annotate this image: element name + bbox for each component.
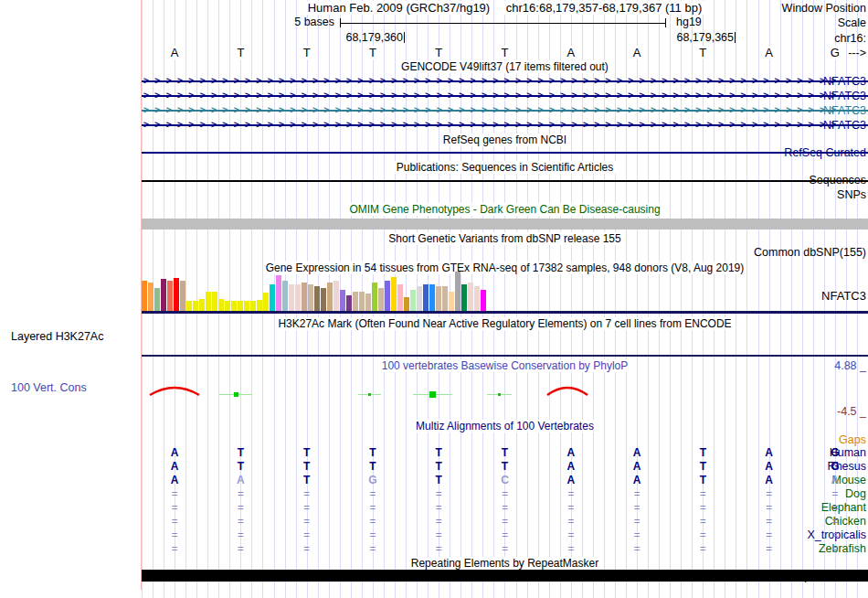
alignment-base: = <box>634 501 640 515</box>
track-label-common-dbsnp[interactable]: Common dbSNP(155) <box>754 246 866 259</box>
alignment-base: = <box>436 501 442 515</box>
gtex-bar[interactable] <box>436 286 441 312</box>
gtex-bar[interactable] <box>353 292 358 312</box>
gtex-bar[interactable] <box>276 275 281 312</box>
strand-direction-arrows: >>>>>>>>>>>>>>>>>>>>>>>>>>>>>>>>>>>>>>>>… <box>143 119 842 130</box>
omim-gene-bar[interactable] <box>142 219 868 230</box>
gtex-bar[interactable] <box>391 277 397 312</box>
gtex-bar[interactable] <box>461 284 467 312</box>
phylop-positive-square <box>429 391 436 398</box>
alignment-base: T <box>436 446 442 460</box>
gtex-bar[interactable] <box>218 299 224 312</box>
gtex-bar[interactable] <box>295 284 301 312</box>
alignment-base: = <box>370 515 376 529</box>
alignment-base: = <box>700 529 706 542</box>
alignment-base: A <box>765 474 773 487</box>
gtex-bar[interactable] <box>423 284 429 312</box>
gtex-bar[interactable] <box>142 281 147 312</box>
alignment-base: = <box>700 515 706 529</box>
species-label[interactable]: Gaps <box>839 433 866 446</box>
alignment-base: T <box>700 474 706 487</box>
gencode-transcript-row[interactable]: >>>>>>>>>>>>>>>>>>>>>>>>>>>>>>>>>>>>>>>>… <box>142 104 868 116</box>
strand-direction-arrows: >>>>>>>>>>>>>>>>>>>>>>>>>>>>>>>>>>>>>>>>… <box>143 75 842 86</box>
dna-sequence-row[interactable]: ATTTTTAATAG <box>142 46 868 59</box>
track-label-layered-h3k27ac[interactable]: Layered H3K27Ac <box>11 330 103 343</box>
gtex-bar[interactable] <box>372 283 377 312</box>
alignment-base: = <box>436 529 442 542</box>
gtex-bar[interactable] <box>212 292 217 312</box>
gtex-bar[interactable] <box>308 284 313 312</box>
gtex-bar[interactable] <box>340 290 345 312</box>
gtex-bar[interactable] <box>321 288 326 312</box>
gtex-bar[interactable] <box>346 295 352 312</box>
sequence-base: T <box>434 46 443 59</box>
gtex-expression-barchart[interactable] <box>142 270 868 312</box>
alignment-row[interactable]: ATTTTTAATAG <box>142 460 868 474</box>
gencode-transcript-row[interactable]: >>>>>>>>>>>>>>>>>>>>>>>>>>>>>>>>>>>>>>>>… <box>142 119 868 131</box>
alignment-row[interactable]: =========== <box>142 529 868 542</box>
alignment-base: T <box>303 460 310 474</box>
gtex-bar[interactable] <box>385 281 390 312</box>
alignment-base: = <box>502 501 508 515</box>
gtex-bar[interactable] <box>180 281 185 312</box>
alignment-base: = <box>238 515 244 529</box>
gtex-bar[interactable] <box>167 281 173 312</box>
gtex-bar[interactable] <box>161 279 166 312</box>
gtex-bar[interactable] <box>404 297 409 312</box>
alignment-row[interactable]: =========== <box>142 487 868 501</box>
gtex-bar[interactable] <box>282 281 288 312</box>
gtex-bar[interactable] <box>481 290 486 312</box>
alignment-row[interactable]: AATGTCAATAA <box>142 474 868 487</box>
gtex-bar[interactable] <box>449 292 454 312</box>
gtex-bar[interactable] <box>174 278 179 312</box>
repeatmasker-element-bar[interactable] <box>142 570 868 582</box>
gtex-bar[interactable] <box>148 283 153 312</box>
alignment-row[interactable]: ATTTTTAATAG <box>142 446 868 460</box>
gtex-bar[interactable] <box>359 292 365 312</box>
publications-item-bar[interactable] <box>142 180 868 182</box>
gtex-bar[interactable] <box>468 283 473 312</box>
track-label-snps[interactable]: SNPs <box>837 188 866 201</box>
gtex-bar[interactable] <box>314 286 320 312</box>
refseq-gene-bar[interactable] <box>142 152 868 154</box>
phylop-conservation-plot[interactable] <box>142 381 868 403</box>
gtex-bar[interactable] <box>397 284 403 312</box>
gtex-bar[interactable] <box>333 281 339 312</box>
gtex-bar[interactable] <box>263 293 269 312</box>
gencode-transcript-row[interactable]: >>>>>>>>>>>>>>>>>>>>>>>>>>>>>>>>>>>>>>>>… <box>142 75 868 87</box>
gtex-bar[interactable] <box>206 292 211 312</box>
alignment-row[interactable]: =========== <box>142 501 868 515</box>
sequence-base: A <box>566 46 576 59</box>
gtex-bar[interactable] <box>429 284 435 312</box>
sequence-base: A <box>170 46 180 59</box>
gtex-bar[interactable] <box>270 284 275 312</box>
gtex-bar[interactable] <box>417 286 422 312</box>
gtex-bar[interactable] <box>199 299 205 312</box>
track-label-100-vert-cons[interactable]: 100 Vert. Cons <box>11 381 87 394</box>
gtex-bar[interactable] <box>302 283 307 312</box>
alignment-row[interactable]: =========== <box>142 515 868 529</box>
sequence-base: T <box>368 46 377 59</box>
gtex-bar[interactable] <box>455 272 460 312</box>
alignment-base: = <box>832 515 839 529</box>
alignment-base: = <box>502 529 508 542</box>
alignment-row[interactable]: =========== <box>142 542 868 556</box>
gtex-bar[interactable] <box>289 284 294 312</box>
alignment-base: = <box>832 501 839 515</box>
alignment-base: = <box>370 529 376 542</box>
alignment-base: = <box>700 542 706 556</box>
gtex-bar[interactable] <box>327 283 333 312</box>
gencode-transcript-row[interactable]: >>>>>>>>>>>>>>>>>>>>>>>>>>>>>>>>>>>>>>>>… <box>142 90 868 101</box>
gtex-bar[interactable] <box>442 286 448 312</box>
gtex-bar[interactable] <box>410 290 416 312</box>
gtex-bar[interactable] <box>474 286 480 312</box>
alignment-base: = <box>766 542 772 556</box>
alignment-base: = <box>634 487 640 501</box>
gtex-bar[interactable] <box>365 294 371 312</box>
gtex-bar[interactable] <box>378 288 384 312</box>
alignment-base: A <box>633 460 641 474</box>
alignment-base: = <box>766 529 772 542</box>
alignment-base: = <box>700 501 706 515</box>
strand-direction-arrows: >>>>>>>>>>>>>>>>>>>>>>>>>>>>>>>>>>>>>>>>… <box>143 104 842 115</box>
gtex-bar[interactable] <box>154 288 160 312</box>
